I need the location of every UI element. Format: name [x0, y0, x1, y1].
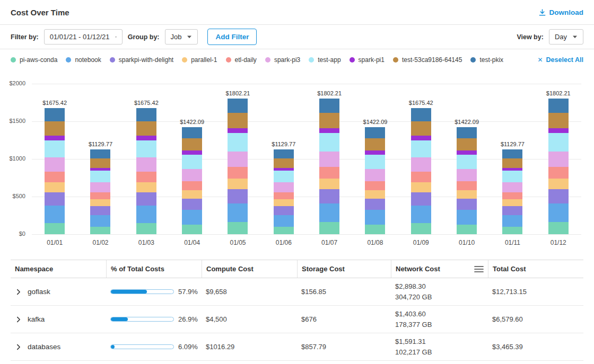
- bar-segment-test-53ca9186-64145[interactable]: [182, 138, 202, 150]
- bar-segment-test-pkix[interactable]: [457, 127, 477, 138]
- bar-segment-notebook[interactable]: [365, 210, 385, 225]
- bar-segment-pi-aws-conda[interactable]: [274, 227, 294, 234]
- column-header-network-cost[interactable]: Network Cost: [391, 260, 488, 278]
- bar-segment-spark-pi1[interactable]: [411, 136, 431, 140]
- bar-segment-test-app[interactable]: [90, 171, 110, 182]
- bar-segment-sparkpi-with-delight[interactable]: [319, 189, 339, 204]
- bar-segment-spark-pi3[interactable]: [136, 157, 156, 172]
- bar-segment-parallel-1[interactable]: [457, 190, 477, 199]
- bar-segment-test-app[interactable]: [228, 133, 248, 152]
- bar-segment-test-53ca9186-64145[interactable]: [457, 138, 477, 150]
- bar-segment-spark-pi3[interactable]: [502, 182, 522, 192]
- bar-segment-pi-aws-conda[interactable]: [502, 227, 522, 234]
- column-menu-icon[interactable]: [474, 265, 484, 273]
- bar-segment-test-53ca9186-64145[interactable]: [548, 113, 569, 128]
- bar-segment-parallel-1[interactable]: [411, 182, 431, 192]
- bar-segment-pi-aws-conda[interactable]: [90, 227, 110, 234]
- bar-segment-test-app[interactable]: [548, 133, 569, 152]
- bar-segment-sparkpi-with-delight[interactable]: [411, 192, 431, 206]
- legend-item-notebook[interactable]: notebook: [66, 56, 101, 64]
- group-by-select[interactable]: Job: [165, 29, 198, 45]
- bar-segment-notebook[interactable]: [411, 206, 431, 223]
- bar-segment-test-53ca9186-64145[interactable]: [90, 158, 110, 168]
- bar-segment-spark-pi1[interactable]: [228, 128, 248, 133]
- bar-segment-sparkpi-with-delight[interactable]: [90, 206, 110, 215]
- bar-segment-test-pkix[interactable]: [136, 108, 156, 121]
- legend-item-parallel-1[interactable]: parallel-1: [182, 56, 217, 64]
- bar-segment-spark-pi3[interactable]: [228, 152, 248, 167]
- bar-segment-parallel-1[interactable]: [319, 179, 339, 189]
- bar-segment-test-app[interactable]: [365, 155, 385, 170]
- bar-segment-etl-daily[interactable]: [136, 172, 156, 182]
- bar-segment-etl-daily[interactable]: [274, 192, 294, 199]
- legend-item-test-53ca9186-64145[interactable]: test-53ca9186-64145: [393, 56, 462, 64]
- bar-segment-spark-pi3[interactable]: [45, 157, 65, 172]
- bar-segment-notebook[interactable]: [502, 215, 522, 227]
- add-filter-button[interactable]: Add Filter: [207, 29, 257, 45]
- bar-segment-parallel-1[interactable]: [502, 199, 522, 206]
- bar-segment-etl-daily[interactable]: [319, 167, 339, 178]
- bar-segment-test-app[interactable]: [502, 171, 522, 182]
- bar-segment-spark-pi3[interactable]: [319, 152, 339, 167]
- bar-segment-sparkpi-with-delight[interactable]: [228, 189, 248, 204]
- bar-segment-test-app[interactable]: [319, 133, 339, 152]
- bar-segment-notebook[interactable]: [228, 203, 248, 222]
- bar-segment-test-app[interactable]: [182, 155, 202, 170]
- legend-item-spark-pi3[interactable]: spark-pi3: [265, 56, 300, 64]
- bar-segment-etl-daily[interactable]: [228, 167, 248, 178]
- bar-segment-etl-daily[interactable]: [457, 181, 477, 190]
- legend-item-spark-pi1[interactable]: spark-pi1: [350, 56, 385, 64]
- bar-segment-test-pkix[interactable]: [274, 149, 294, 158]
- bar-segment-parallel-1[interactable]: [548, 179, 569, 189]
- view-by-select[interactable]: Day: [549, 29, 583, 45]
- bar-segment-sparkpi-with-delight[interactable]: [136, 192, 156, 206]
- bar-segment-test-app[interactable]: [45, 140, 65, 158]
- bar-segment-notebook[interactable]: [319, 203, 339, 222]
- bar-segment-spark-pi3[interactable]: [365, 169, 385, 181]
- bar-segment-sparkpi-with-delight[interactable]: [548, 189, 569, 204]
- bar-segment-etl-daily[interactable]: [90, 192, 110, 199]
- legend-item-pi-aws-conda[interactable]: pi-aws-conda: [11, 56, 57, 64]
- bar-segment-test-pkix[interactable]: [365, 127, 385, 138]
- bar-segment-pi-aws-conda[interactable]: [136, 223, 156, 234]
- expand-chevron-icon[interactable]: [15, 343, 22, 351]
- bar-segment-test-53ca9186-64145[interactable]: [136, 121, 156, 136]
- bar-segment-notebook[interactable]: [457, 210, 477, 225]
- bar-segment-sparkpi-with-delight[interactable]: [182, 199, 202, 210]
- bar-segment-etl-daily[interactable]: [502, 192, 522, 199]
- bar-segment-sparkpi-with-delight[interactable]: [457, 199, 477, 210]
- bar-segment-parallel-1[interactable]: [90, 199, 110, 206]
- bar-segment-test-53ca9186-64145[interactable]: [365, 138, 385, 150]
- bar-segment-pi-aws-conda[interactable]: [319, 222, 339, 234]
- bar-segment-test-53ca9186-64145[interactable]: [274, 158, 294, 168]
- bar-segment-spark-pi1[interactable]: [365, 150, 385, 154]
- date-range-select[interactable]: 01/01/21 - 01/12/21: [44, 29, 123, 45]
- legend-item-etl-daily[interactable]: etl-daily: [226, 56, 257, 64]
- bar-segment-test-53ca9186-64145[interactable]: [502, 158, 522, 168]
- expand-chevron-icon[interactable]: [15, 288, 22, 296]
- bar-segment-test-pkix[interactable]: [319, 99, 339, 113]
- bar-segment-etl-daily[interactable]: [548, 167, 569, 178]
- bar-segment-test-53ca9186-64145[interactable]: [411, 121, 431, 136]
- column-header-total-cost[interactable]: Total Cost: [488, 260, 583, 278]
- bar-segment-spark-pi1[interactable]: [136, 136, 156, 140]
- bar-segment-sparkpi-with-delight[interactable]: [502, 206, 522, 215]
- column-header-storage-cost[interactable]: Storage Cost: [297, 260, 391, 278]
- bar-segment-spark-pi3[interactable]: [182, 169, 202, 181]
- bar-segment-pi-aws-conda[interactable]: [411, 223, 431, 234]
- bar-segment-spark-pi1[interactable]: [319, 128, 339, 133]
- download-button[interactable]: Download: [538, 8, 584, 16]
- bar-segment-test-pkix[interactable]: [45, 108, 65, 121]
- bar-segment-notebook[interactable]: [45, 206, 65, 223]
- bar-segment-parallel-1[interactable]: [228, 179, 248, 189]
- bar-segment-sparkpi-with-delight[interactable]: [274, 206, 294, 215]
- bar-segment-test-pkix[interactable]: [411, 108, 431, 121]
- bar-segment-notebook[interactable]: [136, 206, 156, 223]
- bar-segment-sparkpi-with-delight[interactable]: [45, 192, 65, 206]
- bar-segment-spark-pi3[interactable]: [548, 152, 569, 167]
- bar-segment-pi-aws-conda[interactable]: [457, 225, 477, 234]
- bar-segment-notebook[interactable]: [90, 215, 110, 227]
- bar-segment-pi-aws-conda[interactable]: [365, 225, 385, 234]
- bar-segment-etl-daily[interactable]: [365, 181, 385, 190]
- column-header-of-total-costs[interactable]: % of Total Costs: [106, 260, 202, 278]
